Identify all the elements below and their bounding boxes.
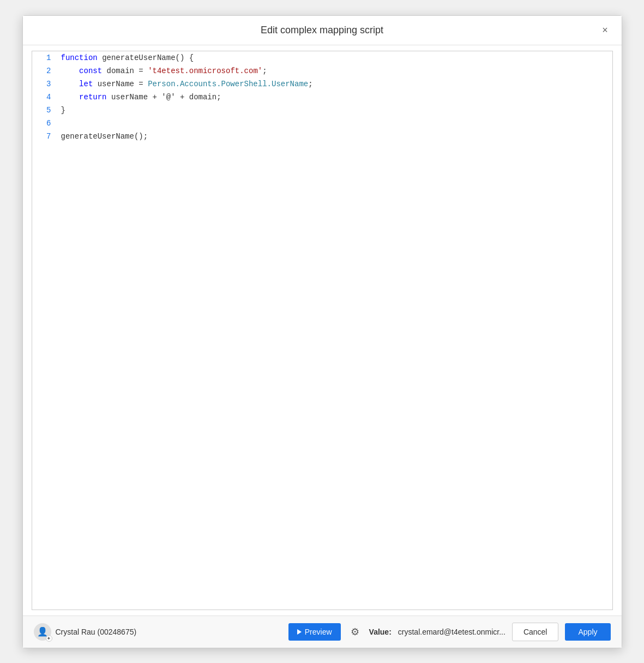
user-add-badge: + <box>46 635 52 642</box>
line-content-1: function generateUserName() { <box>57 51 612 64</box>
line-number-5: 5 <box>32 104 57 117</box>
line-content-5: } <box>57 104 612 117</box>
code-line-5: 5 } <box>32 104 612 117</box>
line-number-1: 1 <box>32 51 57 64</box>
line-number-4: 4 <box>32 91 57 104</box>
user-avatar: 👤 + <box>34 623 51 641</box>
code-editor-container: 1 function generateUserName() { 2 const … <box>23 45 622 616</box>
modal-dialog: Edit complex mapping script × 1 function… <box>22 15 622 648</box>
preview-button-label: Preview <box>305 628 332 636</box>
modal-footer: 👤 + Crystal Rau (00248675) Preview ⚙ Val… <box>23 616 622 648</box>
gear-icon: ⚙ <box>351 626 359 638</box>
user-avatar-icon: 👤 <box>37 626 48 637</box>
user-info: 👤 + Crystal Rau (00248675) <box>34 623 282 641</box>
code-line-1: 1 function generateUserName() { <box>32 51 612 64</box>
code-line-7: 7 generateUserName(); <box>32 130 612 143</box>
settings-button[interactable]: ⚙ <box>347 623 363 641</box>
code-line-3: 3 let userName = Person.Accounts.PowerSh… <box>32 77 612 91</box>
close-button[interactable]: × <box>598 22 613 38</box>
code-line-2: 2 const domain = 't4etest.onmicrosoft.co… <box>32 64 612 77</box>
line-number-7: 7 <box>32 130 57 143</box>
code-lines: 1 function generateUserName() { 2 const … <box>32 51 612 610</box>
line-content-2: const domain = 't4etest.onmicrosoft.com'… <box>57 64 612 77</box>
line-content-3: let userName = Person.Accounts.PowerShel… <box>57 77 612 91</box>
apply-button[interactable]: Apply <box>565 623 610 641</box>
preview-button[interactable]: Preview <box>288 623 341 641</box>
play-icon <box>297 629 302 635</box>
cancel-button[interactable]: Cancel <box>512 623 559 641</box>
code-editor[interactable]: 1 function generateUserName() { 2 const … <box>32 51 613 610</box>
code-line-6: 6 <box>32 117 612 130</box>
line-content-6 <box>57 117 612 119</box>
line-number-6: 6 <box>32 117 57 130</box>
line-content-7: generateUserName(); <box>57 130 612 143</box>
line-number-2: 2 <box>32 64 57 77</box>
value-text: crystal.emard@t4etest.onmicr... <box>398 628 505 636</box>
code-line-4: 4 return userName + '@' + domain; <box>32 91 612 104</box>
line-number-3: 3 <box>32 77 57 91</box>
close-icon: × <box>602 25 608 36</box>
modal-title: Edit complex mapping script <box>261 25 383 36</box>
value-label: Value: <box>369 628 392 636</box>
line-content-4: return userName + '@' + domain; <box>57 91 612 104</box>
user-name: Crystal Rau (00248675) <box>56 628 137 636</box>
modal-header: Edit complex mapping script × <box>23 16 622 45</box>
